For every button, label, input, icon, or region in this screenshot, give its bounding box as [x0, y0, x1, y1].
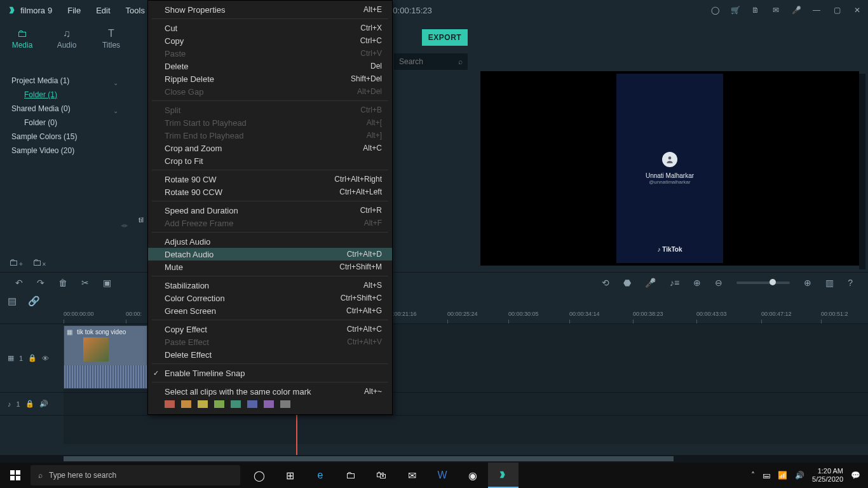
close-button[interactable]: ✕: [851, 4, 863, 16]
speaker-icon[interactable]: 🔊: [39, 400, 48, 408]
record-vo-button[interactable]: 🎤: [645, 278, 656, 288]
media-tree-video[interactable]: Sample Video (20): [0, 144, 127, 158]
delete-button[interactable]: 🗑: [58, 278, 67, 288]
ctx-enable-timeline-snap[interactable]: Enable Timeline Snap: [148, 367, 392, 379]
ctx-detach-audio[interactable]: Detach AudioCtrl+Alt+D: [148, 248, 392, 261]
color-swatch[interactable]: [165, 400, 175, 408]
ctx-rotate-90-cw[interactable]: Rotate 90 CWCtrl+Alt+Right: [148, 173, 392, 186]
delete-folder-icon[interactable]: 🗀ₓ: [32, 257, 46, 268]
split-button[interactable]: ✂: [81, 278, 89, 288]
video-track[interactable]: ▦ 1 🔒 👁 ▦ tik tok song video: [0, 323, 868, 392]
new-folder-icon[interactable]: 🗀₊: [9, 257, 24, 268]
manage-tracks-icon[interactable]: ▤: [8, 295, 17, 307]
ctx-delete-effect[interactable]: Delete Effect: [148, 348, 392, 361]
ctx-delete[interactable]: DeleteDel: [148, 60, 392, 72]
lock-icon[interactable]: 🔒: [25, 400, 34, 408]
ctx-crop-and-zoom[interactable]: Crop and ZoomAlt+C: [148, 142, 392, 154]
maximize-button[interactable]: ▢: [831, 4, 843, 16]
ctx-copy-effect[interactable]: Copy EffectCtrl+Alt+C: [148, 323, 392, 336]
search-icon[interactable]: ⌕: [458, 57, 463, 66]
ctx-rotate-90-ccw[interactable]: Rotate 90 CCWCtrl+Alt+Left: [148, 186, 392, 198]
tab-media[interactable]: 🗀Media: [0, 28, 44, 53]
menu-file[interactable]: File: [60, 2, 88, 19]
store-icon[interactable]: 🛍: [366, 463, 397, 488]
notifications-icon[interactable]: 💬: [851, 471, 860, 480]
render-button[interactable]: ⟲: [602, 278, 609, 288]
ctx-speed-and-duration[interactable]: Speed and DurationCtrl+R: [148, 204, 392, 217]
save-icon[interactable]: 🗎: [750, 4, 761, 16]
media-tree-colors[interactable]: Sample Colors (15): [0, 130, 127, 144]
word-icon[interactable]: W: [427, 463, 458, 488]
zoom-out-button[interactable]: ⊖: [715, 278, 722, 288]
zoom-slider[interactable]: [736, 281, 790, 284]
mail-icon[interactable]: ✉: [397, 463, 427, 488]
search-input[interactable]: [399, 57, 449, 66]
timeline-scrollbar[interactable]: [0, 455, 868, 463]
color-swatch[interactable]: [280, 400, 290, 408]
tray-chevron-icon[interactable]: ˄: [751, 471, 755, 480]
ctx-stabilization[interactable]: StabilizationAlt+S: [148, 279, 392, 292]
ctx-mute[interactable]: MuteCtrl+Shift+M: [148, 261, 392, 273]
zoom-in-button[interactable]: ⊕: [804, 278, 811, 288]
taskbar-search[interactable]: ⌕Type here to search: [31, 465, 240, 485]
mail-icon[interactable]: ✉: [770, 4, 782, 16]
media-tree-project[interactable]: Project Media (1)⌄: [0, 74, 127, 88]
color-swatch[interactable]: [231, 400, 241, 408]
zoom-fit-button[interactable]: ▥: [825, 278, 834, 288]
context-menu[interactable]: Show PropertiesAlt+ECutCtrl+XCopyCtrl+CP…: [147, 0, 393, 415]
color-swatch[interactable]: [247, 400, 257, 408]
edge-icon[interactable]: e: [305, 463, 336, 488]
menu-edit[interactable]: Edit: [88, 2, 118, 19]
panel-collapse-icon[interactable]: ◂▸: [121, 221, 128, 229]
tab-audio[interactable]: ♫Audio: [44, 28, 89, 53]
ctx-select-all-clips-with-the-same-color-mark[interactable]: Select all clips with the same color mar…: [148, 385, 392, 398]
tab-titles[interactable]: TTitles: [89, 28, 133, 53]
svg-point-0: [668, 156, 672, 159]
audio-mixer-button[interactable]: ♪≡: [670, 278, 679, 288]
media-tree-shared[interactable]: Shared Media (0)⌄: [0, 102, 127, 116]
cortana-icon[interactable]: ◯: [244, 463, 275, 488]
color-swatch[interactable]: [264, 400, 274, 408]
mic-icon[interactable]: 🎤: [790, 4, 802, 16]
ctx-color-correction[interactable]: Color CorrectionCtrl+Shift+C: [148, 292, 392, 304]
media-tree-folder0[interactable]: Folder (0): [0, 116, 127, 130]
ctx-crop-to-fit[interactable]: Crop to Fit: [148, 154, 392, 167]
cart-icon[interactable]: 🛒: [729, 4, 741, 16]
ctx-copy[interactable]: CopyCtrl+C: [148, 34, 392, 47]
search-box[interactable]: ⌕: [394, 53, 468, 70]
ctx-ripple-delete[interactable]: Ripple DeleteShift+Del: [148, 72, 392, 85]
ctx-show-properties[interactable]: Show PropertiesAlt+E: [148, 3, 392, 16]
add-marker-button[interactable]: ⊕: [693, 278, 701, 288]
chrome-icon[interactable]: ◉: [458, 463, 488, 488]
undo-button[interactable]: ↶: [15, 278, 23, 288]
link-icon[interactable]: 🔗: [28, 295, 40, 307]
ctx-cut[interactable]: CutCtrl+X: [148, 22, 392, 34]
color-swatch[interactable]: [181, 400, 191, 408]
ctx-green-screen[interactable]: Green ScreenCtrl+Alt+G: [148, 304, 392, 317]
filmora-taskbar-icon[interactable]: [488, 463, 519, 488]
explorer-icon[interactable]: 🗀: [336, 463, 366, 488]
minimize-button[interactable]: —: [811, 4, 822, 16]
help-button[interactable]: ?: [848, 278, 853, 288]
taskbar-clock[interactable]: 1:20 AM 5/25/2020: [812, 467, 843, 484]
color-swatch[interactable]: [214, 400, 224, 408]
export-button[interactable]: EXPORT: [422, 29, 468, 46]
start-button[interactable]: [0, 463, 31, 488]
eye-icon[interactable]: 👁: [42, 355, 49, 362]
redo-button[interactable]: ↷: [37, 278, 44, 288]
battery-icon[interactable]: 🖴: [763, 471, 770, 480]
media-tree-folder1[interactable]: Folder (1): [0, 88, 127, 102]
marker-button[interactable]: ⬣: [623, 278, 631, 288]
empty-track[interactable]: [0, 415, 868, 444]
lock-icon[interactable]: 🔒: [28, 354, 37, 362]
sound-icon[interactable]: 🔊: [795, 471, 804, 480]
ctx-color-marks[interactable]: [148, 398, 392, 412]
ctx-adjust-audio[interactable]: Adjust Audio: [148, 235, 392, 248]
crop-button[interactable]: ▣: [103, 278, 111, 288]
wifi-icon[interactable]: 📶: [778, 471, 787, 480]
account-icon[interactable]: ◯: [709, 4, 721, 16]
color-swatch[interactable]: [198, 400, 208, 408]
audio-track[interactable]: ♪ 1 🔒 🔊: [0, 392, 868, 415]
video-clip[interactable]: ▦ tik tok song video: [64, 325, 147, 389]
task-view-icon[interactable]: ⊞: [275, 463, 305, 488]
